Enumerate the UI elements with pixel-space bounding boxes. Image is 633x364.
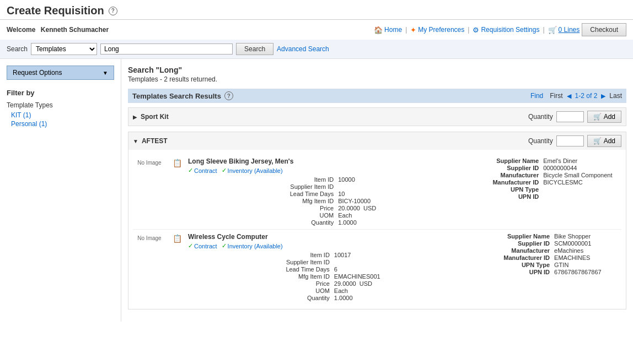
advanced-search-link[interactable]: Advanced Search: [277, 45, 329, 53]
nav-sep-2: |: [468, 26, 469, 34]
jersey-item-grid: Item ID 10000 Supplier Item ID Lead Time…: [188, 176, 478, 226]
sidebar: Request Options ▼ Filter by Template Typ…: [0, 59, 121, 322]
aftest-name: AFTEST: [142, 137, 168, 145]
find-link[interactable]: Find: [530, 92, 543, 100]
requisition-settings-link[interactable]: ⚙ Requisition Settings: [473, 26, 539, 34]
header-bar: Create Requisition ?: [0, 0, 633, 20]
jersey-check-contract-icon: ✓: [188, 167, 193, 174]
results-title: Templates Search Results ?: [132, 91, 233, 100]
template-sport-kit-header: ▶ Sport Kit Quantity 🛒 Add: [128, 108, 626, 126]
cycle-details-right: Supplier Name Bike Shopper Supplier ID S…: [484, 233, 621, 301]
filter-title: Filter by: [7, 89, 114, 97]
jersey-details-right: Supplier Name Emel's Diner Supplier ID 0…: [484, 157, 621, 226]
cycle-inventory-link[interactable]: ✓ Inventory (Available): [222, 242, 283, 249]
cycle-contract-link[interactable]: ✓ Contract: [188, 242, 217, 249]
template-row-aftest: ▼ AFTEST Quantity 🛒 Add No Imag: [128, 132, 626, 309]
nav-sep-3: |: [543, 26, 544, 34]
jersey-book-icon: 📋: [173, 159, 182, 167]
search-type-select[interactable]: Templates Catalog Items Products: [31, 43, 97, 55]
search-heading: Search "Long": [128, 66, 626, 74]
nav-links: 🏠 Home | ✦ My Preferences | ⚙ Requisitio…: [374, 23, 626, 36]
cycle-book-icon: 📋: [173, 234, 182, 243]
jersey-contract-inv: ✓ Contract ✓ Inventory (Available): [188, 167, 478, 174]
template-aftest-header: ▼ AFTEST Quantity 🛒 Add: [128, 132, 626, 150]
aftest-qty-input[interactable]: [556, 135, 584, 146]
cycle-right-grid: Supplier Name Bike Shopper Supplier ID S…: [484, 233, 621, 275]
template-sport-kit-name-row: ▶ Sport Kit: [133, 113, 169, 121]
cycle-no-image: No Image: [133, 233, 166, 301]
item-row-cycle-computer: No Image 📋 Wireless Cycle Computer ✓ Con…: [133, 230, 621, 305]
house-icon: 🏠: [374, 26, 383, 34]
help-icon[interactable]: ?: [109, 7, 117, 15]
welcome-section: Welcome Kenneth Schumacher: [7, 26, 109, 34]
prev-page-button[interactable]: ◀: [565, 92, 573, 100]
sport-kit-name: Sport Kit: [141, 113, 169, 121]
item-row-jersey: No Image 📋 Long Sleeve Biking Jersey, Me…: [133, 154, 621, 230]
aftest-expand-button[interactable]: ▼: [133, 138, 138, 144]
search-button[interactable]: Search: [236, 43, 273, 55]
cart-link[interactable]: 🛒 0 Lines: [548, 26, 580, 34]
jersey-contract-link[interactable]: ✓ Contract: [188, 167, 217, 174]
cycle-item-grid: Item ID 10017 Supplier Item ID Lead Time…: [188, 252, 478, 301]
jersey-name: Long Sleeve Biking Jersey, Men's: [188, 157, 478, 165]
search-label: Search: [7, 45, 28, 53]
filter-kit[interactable]: KIT (1): [11, 111, 114, 119]
preferences-link[interactable]: ✦ My Preferences: [410, 26, 464, 34]
sport-kit-qty-section: Quantity 🛒 Add: [528, 111, 621, 123]
gear-icon: ⚙: [473, 26, 479, 34]
results-nav: Find First ◀ 1-2 of 2 ▶ Last: [530, 92, 622, 100]
search-bar: Search Templates Catalog Items Products …: [0, 40, 633, 59]
jersey-details-left: Long Sleeve Biking Jersey, Men's ✓ Contr…: [188, 157, 478, 226]
filter-personal[interactable]: Personal (1): [11, 120, 114, 128]
sport-kit-expand-button[interactable]: ▶: [133, 114, 137, 120]
cart-aftest-icon: 🛒: [593, 137, 602, 145]
cycle-check-contract-icon: ✓: [188, 242, 193, 249]
aftest-add-button[interactable]: 🛒 Add: [587, 135, 621, 147]
dropdown-arrow-icon: ▼: [103, 70, 108, 76]
request-options-button[interactable]: Request Options ▼: [7, 66, 114, 80]
cycle-details-left: Wireless Cycle Computer ✓ Contract ✓ Inv…: [188, 233, 478, 301]
page-info: 1-2 of 2: [575, 92, 598, 100]
content-area: Search "Long" Templates - 2 results retu…: [121, 59, 633, 322]
filter-group-title: Template Types: [7, 101, 114, 109]
main-layout: Request Options ▼ Filter by Template Typ…: [0, 59, 633, 322]
aftest-qty-section: Quantity 🛒 Add: [528, 135, 621, 147]
cart-small-icon: 🛒: [593, 113, 602, 121]
sport-kit-add-button[interactable]: 🛒 Add: [587, 111, 621, 123]
star-icon: ✦: [410, 26, 416, 34]
jersey-inventory-link[interactable]: ✓ Inventory (Available): [222, 167, 283, 174]
aftest-items: No Image 📋 Long Sleeve Biking Jersey, Me…: [128, 150, 626, 309]
filter-section: Filter by Template Types KIT (1) Persona…: [7, 89, 114, 128]
jersey-check-inventory-icon: ✓: [222, 167, 227, 174]
page-title: Create Requisition ?: [7, 4, 117, 17]
top-nav: Welcome Kenneth Schumacher 🏠 Home | ✦ My…: [0, 20, 633, 40]
checkout-button[interactable]: Checkout: [582, 23, 626, 36]
cart-icon: 🛒: [548, 26, 557, 34]
results-header: Templates Search Results ? Find First ◀ …: [128, 89, 626, 103]
template-row-sport-kit: ▶ Sport Kit Quantity 🛒 Add: [128, 107, 626, 126]
nav-sep-1: |: [405, 26, 407, 34]
home-link[interactable]: 🏠 Home: [374, 26, 402, 34]
jersey-right-grid: Supplier Name Emel's Diner Supplier ID 0…: [484, 157, 621, 200]
search-input[interactable]: [100, 44, 233, 55]
next-page-button[interactable]: ▶: [599, 92, 607, 100]
results-help-icon[interactable]: ?: [224, 91, 233, 100]
cycle-name: Wireless Cycle Computer: [188, 233, 478, 241]
sport-kit-qty-input[interactable]: [556, 111, 584, 122]
search-subtext: Templates - 2 results returned.: [128, 75, 626, 83]
template-aftest-name-row: ▼ AFTEST: [133, 137, 168, 145]
jersey-no-image: No Image: [133, 157, 166, 226]
cycle-contract-inv: ✓ Contract ✓ Inventory (Available): [188, 242, 478, 249]
cycle-check-inventory-icon: ✓: [222, 242, 227, 249]
